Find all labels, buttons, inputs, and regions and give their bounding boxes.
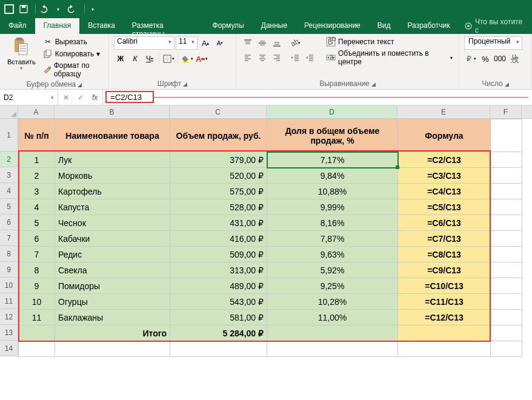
cell[interactable] bbox=[491, 247, 522, 262]
cell[interactable]: =С4/С13 bbox=[398, 184, 491, 199]
tab-review[interactable]: Рецензирование bbox=[296, 18, 369, 34]
row-header-7[interactable]: 7 bbox=[0, 230, 18, 246]
align-top-button[interactable] bbox=[241, 36, 254, 50]
cell[interactable]: Свекла bbox=[55, 262, 170, 278]
font-name-select[interactable]: Calibri bbox=[114, 36, 175, 50]
cell[interactable]: 1 bbox=[19, 152, 55, 168]
cell[interactable] bbox=[491, 215, 522, 231]
number-format-select[interactable]: Процентный bbox=[464, 36, 522, 50]
bold-button[interactable]: Ж bbox=[114, 52, 127, 65]
cell[interactable]: 9,63% bbox=[267, 247, 398, 262]
border-button[interactable]: ▾ bbox=[162, 52, 175, 65]
cell[interactable] bbox=[491, 278, 522, 294]
comma-button[interactable]: 000 bbox=[493, 52, 507, 65]
row-header-8[interactable]: 8 bbox=[0, 246, 18, 262]
paste-button[interactable]: Вставить ▾ bbox=[5, 36, 38, 72]
cell[interactable] bbox=[398, 341, 491, 357]
align-center-button[interactable] bbox=[256, 51, 269, 64]
cell[interactable]: Объем продаж, руб. bbox=[170, 119, 267, 152]
cell[interactable]: 379,00 ₽ bbox=[170, 152, 267, 168]
increase-decimal-button[interactable]: ,0,00 bbox=[508, 52, 521, 65]
grow-font-button[interactable]: A▴ bbox=[199, 36, 212, 50]
font-size-select[interactable]: 11 bbox=[176, 36, 198, 50]
tab-insert[interactable]: Вставка bbox=[79, 18, 124, 34]
cell[interactable]: 5 284,00 ₽ bbox=[170, 325, 267, 341]
cell[interactable]: Кабачки bbox=[55, 231, 170, 247]
row-header-10[interactable]: 10 bbox=[0, 278, 18, 293]
redo-icon[interactable] bbox=[67, 4, 78, 15]
cell[interactable] bbox=[267, 325, 398, 341]
cell[interactable]: Огурцы bbox=[55, 294, 170, 310]
cell[interactable]: 543,00 ₽ bbox=[170, 294, 267, 310]
cell[interactable]: 489,00 ₽ bbox=[170, 278, 267, 294]
tab-home[interactable]: Главная bbox=[35, 18, 80, 34]
cell[interactable]: Формула bbox=[398, 119, 491, 152]
cell[interactable] bbox=[267, 341, 398, 357]
cell[interactable]: 9 bbox=[19, 278, 55, 294]
row-header-3[interactable]: 3 bbox=[0, 167, 18, 183]
indent-decrease-button[interactable] bbox=[288, 51, 302, 64]
font-color-button[interactable]: A▾ bbox=[195, 52, 208, 65]
cell[interactable]: 8,16% bbox=[267, 215, 398, 231]
cell[interactable]: =С11/С13 bbox=[398, 294, 491, 310]
col-header-D[interactable]: D bbox=[267, 105, 397, 118]
cell[interactable]: =С12/С13 bbox=[398, 310, 491, 325]
cell[interactable]: Итого bbox=[55, 325, 170, 341]
copy-button[interactable]: Копировать ▾ bbox=[42, 48, 104, 59]
tab-data[interactable]: Данные bbox=[253, 18, 296, 34]
formula-input[interactable] bbox=[105, 91, 154, 103]
cell[interactable] bbox=[491, 119, 522, 152]
cell[interactable]: Капуста bbox=[55, 199, 170, 215]
row-header-14[interactable]: 14 bbox=[0, 341, 18, 356]
cell[interactable] bbox=[491, 168, 522, 184]
cell[interactable] bbox=[491, 152, 522, 168]
cell[interactable] bbox=[55, 341, 170, 357]
cell[interactable]: 7 bbox=[19, 247, 55, 262]
cell[interactable] bbox=[491, 231, 522, 247]
cell[interactable]: 11,00% bbox=[267, 310, 398, 325]
row-header-5[interactable]: 5 bbox=[0, 199, 18, 215]
cell[interactable] bbox=[19, 325, 55, 341]
cell[interactable]: 416,00 ₽ bbox=[170, 231, 267, 247]
cell[interactable]: 520,00 ₽ bbox=[170, 168, 267, 184]
row-header-2[interactable]: 2 bbox=[0, 152, 18, 167]
currency-button[interactable]: ₽▾ bbox=[464, 52, 477, 65]
tab-developer[interactable]: Разработчик bbox=[399, 18, 459, 34]
enter-formula-icon[interactable]: ✓ bbox=[75, 92, 86, 103]
cell[interactable]: Лук bbox=[55, 152, 170, 168]
col-header-C[interactable]: C bbox=[170, 105, 267, 118]
cell[interactable]: 5,92% bbox=[267, 262, 398, 278]
cell[interactable]: Баклажаны bbox=[55, 310, 170, 325]
shrink-font-button[interactable]: A▾ bbox=[213, 36, 227, 50]
row-header-11[interactable]: 11 bbox=[0, 293, 18, 309]
undo-menu-icon[interactable]: ▾ bbox=[53, 4, 64, 15]
cell[interactable] bbox=[491, 341, 522, 357]
fill-color-button[interactable]: ▾ bbox=[181, 52, 194, 65]
cell[interactable] bbox=[491, 325, 522, 341]
wrap-text-button[interactable]: abcПеренести текст bbox=[325, 36, 454, 47]
cell[interactable]: 3 bbox=[19, 184, 55, 199]
undo-icon[interactable] bbox=[38, 4, 49, 15]
cell[interactable]: =С7/С13 bbox=[398, 231, 491, 247]
merge-button[interactable]: aОбъединить и поместить в центре ▾ bbox=[325, 48, 454, 67]
cell[interactable]: Картофель bbox=[55, 184, 170, 199]
percent-button[interactable]: % bbox=[479, 52, 492, 65]
cell[interactable]: 10,88% bbox=[267, 184, 398, 199]
tab-formulas[interactable]: Формулы bbox=[204, 18, 253, 34]
cell[interactable]: 6 bbox=[19, 231, 55, 247]
cut-button[interactable]: ✂Вырезать bbox=[42, 36, 104, 47]
row-header-13[interactable]: 13 bbox=[0, 325, 18, 341]
cell[interactable]: 581,00 ₽ bbox=[170, 310, 267, 325]
tab-layout[interactable]: Разметка страницы bbox=[124, 18, 204, 34]
cell[interactable]: 7,87% bbox=[267, 231, 398, 247]
cancel-formula-icon[interactable]: ✕ bbox=[61, 92, 71, 103]
cell[interactable]: 11 bbox=[19, 310, 55, 325]
cell[interactable]: 4 bbox=[19, 199, 55, 215]
name-box[interactable]: D2 bbox=[0, 90, 58, 105]
cell[interactable]: =С2/С13 bbox=[398, 152, 491, 168]
align-middle-button[interactable] bbox=[256, 36, 269, 50]
row-header-12[interactable]: 12 bbox=[0, 309, 18, 325]
cell[interactable]: Наименование товара bbox=[55, 119, 170, 152]
row-header-6[interactable]: 6 bbox=[0, 215, 18, 230]
cell[interactable]: 313,00 ₽ bbox=[170, 262, 267, 278]
